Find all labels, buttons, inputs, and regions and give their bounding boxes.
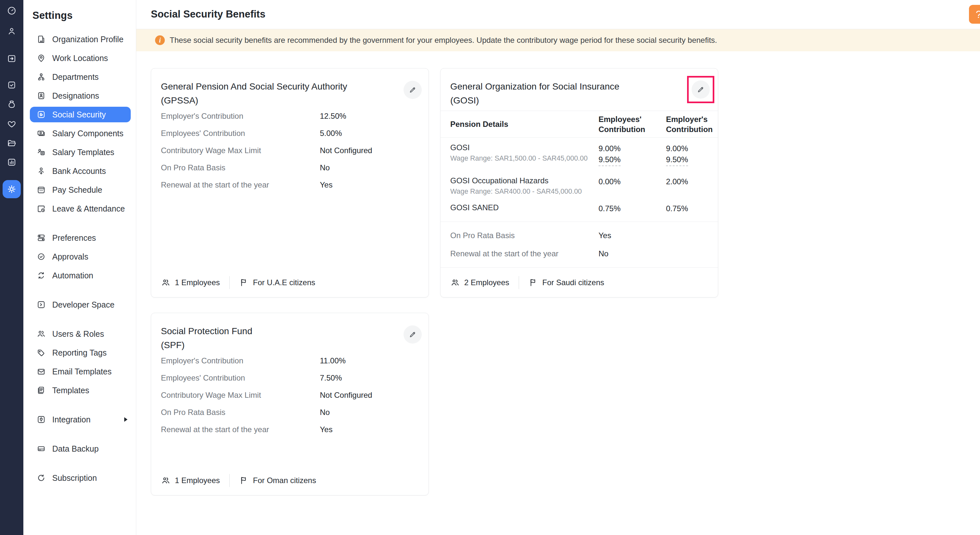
benefits-heart-icon[interactable]: [6, 118, 17, 129]
calendar-clock-icon: [37, 204, 46, 213]
table-row: On Pro Rata BasisNo: [161, 404, 419, 421]
gosi-card: General Organization for Social Insuranc…: [440, 68, 718, 298]
flag-icon: [528, 278, 538, 287]
app-icon-rail: [0, 0, 23, 535]
employees-count: 2 Employees: [464, 278, 509, 287]
reports-chart-icon[interactable]: [6, 157, 17, 168]
sidebar-item-organization-profile[interactable]: Organization Profile: [23, 30, 136, 49]
sidebar-item-data-backup[interactable]: Data Backup: [23, 439, 136, 458]
cash-icon: [37, 129, 46, 138]
employees-count-icon: [161, 278, 171, 287]
settings-gear-icon[interactable]: [3, 180, 21, 198]
sidebar-item-subscription[interactable]: Subscription: [23, 468, 136, 487]
documents-folder-icon[interactable]: [6, 138, 17, 149]
edit-button-highlight-box: [687, 76, 714, 103]
preferences-icon: [37, 233, 46, 243]
sidebar-item-label: Data Backup: [52, 444, 99, 454]
sidebar-item-label: Salary Templates: [52, 148, 114, 157]
envelope-icon: [37, 366, 46, 376]
sidebar-item-label: Salary Components: [52, 129, 124, 138]
approvals-check-icon[interactable]: [6, 80, 17, 91]
table-row: Contributory Wage Max LimitNot Configure…: [161, 142, 419, 159]
refresh-icon: [37, 473, 46, 483]
sidebar-item-label: Preferences: [52, 233, 96, 243]
table-row: Renewal at the start of the yearYes: [161, 421, 419, 438]
info-icon: i: [155, 35, 165, 45]
spf-edit-button[interactable]: [404, 325, 422, 344]
sidebar-item-label: Automation: [52, 271, 93, 280]
divider: [229, 474, 230, 487]
table-row: GOSI SANED 0.75% 0.75%: [441, 199, 718, 221]
column-header: Employees' Contribution: [598, 114, 651, 134]
column-header: Pension Details: [450, 120, 598, 129]
org-chart-icon: [37, 72, 46, 82]
sidebar-item-developer-space[interactable]: Developer Space: [23, 295, 136, 314]
sidebar-item-templates[interactable]: Templates: [23, 381, 136, 400]
sidebar-item-label: Social Security: [52, 110, 106, 119]
loans-money-bag-icon[interactable]: [6, 99, 17, 110]
column-header: Employer's Contribution: [666, 114, 713, 134]
sidebar-item-label: Departments: [52, 72, 99, 82]
code-box-icon: [37, 300, 46, 309]
sidebar-item-label: Reporting Tags: [52, 348, 107, 358]
table-row: Employer's Contribution12.50%: [161, 107, 419, 124]
help-button[interactable]: ?: [969, 5, 980, 24]
gosi-edit-button[interactable]: [692, 80, 710, 99]
sidebar-item-social-security[interactable]: Social Security: [30, 107, 131, 122]
info-banner-text: These social security benefits are recom…: [170, 36, 717, 45]
sidebar-item-work-locations[interactable]: Work Locations: [23, 49, 136, 67]
employees-count: 1 Employees: [175, 476, 220, 485]
sidebar-item-automation[interactable]: Automation: [23, 266, 136, 285]
chevron-right-icon: [124, 417, 127, 422]
page-header: Social Security Benefits ?: [136, 0, 980, 29]
sidebar-item-users-roles[interactable]: Users & Roles: [23, 325, 136, 343]
spf-card: Social Protection Fund (SPF) Employer's …: [151, 313, 429, 495]
building-icon: [37, 34, 46, 44]
settings-sidebar: Settings Organization Profile Work Locat…: [23, 0, 136, 535]
spf-card-footer: 1 Employees For Oman citizens: [161, 466, 419, 495]
employees-count-icon: [161, 476, 171, 486]
table-row: On Pro Rata Basis Yes: [441, 226, 718, 245]
citizens-label: For Saudi citizens: [542, 278, 605, 287]
sidebar-item-preferences[interactable]: Preferences: [23, 228, 136, 247]
table-row: Renewal at the start of the year No: [441, 245, 718, 263]
spf-card-title: Social Protection Fund (SPF): [161, 324, 375, 352]
pay-runs-calendar-icon[interactable]: [6, 53, 17, 64]
pencil-icon: [409, 330, 417, 339]
citizens-label: For Oman citizens: [253, 476, 316, 485]
pension-table-header: Pension Details Employees' Contribution …: [441, 111, 718, 138]
citizens-label: For U.A.E citizens: [253, 278, 315, 287]
sidebar-item-salary-templates[interactable]: Salary Templates: [23, 143, 136, 162]
sidebar-item-integration[interactable]: Integration: [23, 410, 136, 429]
table-row: GOSI Wage Range: SAR1,500.00 - SAR45,000…: [441, 138, 718, 172]
sidebar-item-reporting-tags[interactable]: Reporting Tags: [23, 343, 136, 362]
person-tie-icon: [37, 166, 46, 176]
users-icon: [37, 329, 46, 339]
gosi-card-title: General Organization for Social Insuranc…: [450, 80, 664, 107]
sidebar-item-salary-components[interactable]: Salary Components: [23, 124, 136, 143]
table-row: Employer's Contribution11.00%: [161, 352, 419, 369]
sidebar-item-pay-schedule[interactable]: Pay Schedule: [23, 180, 136, 199]
employees-icon[interactable]: [6, 25, 17, 37]
flag-icon: [239, 476, 249, 486]
dashboard-clock-icon[interactable]: [6, 5, 17, 16]
sidebar-item-approvals[interactable]: Approvals: [23, 247, 136, 266]
plug-icon: [37, 415, 46, 424]
sidebar-item-designations[interactable]: Designations: [23, 86, 136, 105]
sidebar-item-bank-accounts[interactable]: Bank Accounts: [23, 162, 136, 180]
sidebar-item-leave-attendance[interactable]: Leave & Attendance: [23, 199, 136, 218]
tag-icon: [37, 348, 46, 358]
sidebar-item-label: Subscription: [52, 473, 97, 483]
sidebar-item-label: Work Locations: [52, 54, 108, 63]
table-row: Contributory Wage Max LimitNot Configure…: [161, 386, 419, 404]
info-banner: i These social security benefits are rec…: [136, 29, 980, 51]
sync-icon: [37, 271, 46, 280]
sidebar-item-label: Approvals: [52, 252, 88, 261]
gpssa-edit-button[interactable]: [404, 81, 422, 99]
gpssa-card: General Pension And Social Security Auth…: [151, 68, 429, 298]
sidebar-item-email-templates[interactable]: Email Templates: [23, 362, 136, 381]
person-document-icon: [37, 147, 46, 157]
drive-icon: [37, 444, 46, 454]
gosi-card-footer: 2 Employees For Saudi citizens: [441, 268, 718, 297]
sidebar-item-departments[interactable]: Departments: [23, 67, 136, 86]
